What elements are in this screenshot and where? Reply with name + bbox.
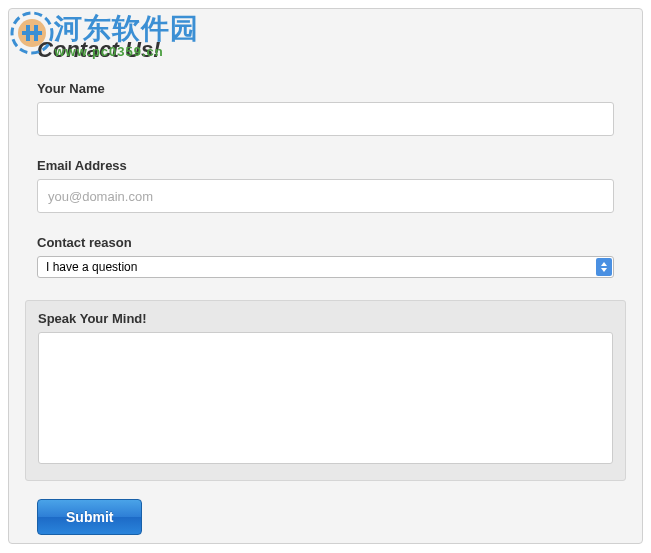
reason-label: Contact reason	[37, 235, 614, 250]
name-group: Your Name	[37, 81, 614, 136]
reason-select-wrapper: I have a question	[37, 256, 614, 278]
name-label: Your Name	[37, 81, 614, 96]
email-group: Email Address	[37, 158, 614, 213]
message-label: Speak Your Mind!	[38, 311, 613, 326]
form-title: Contact Us!	[37, 37, 614, 63]
reason-select[interactable]: I have a question	[37, 256, 614, 278]
submit-button[interactable]: Submit	[37, 499, 142, 535]
message-textarea[interactable]	[38, 332, 613, 464]
email-label: Email Address	[37, 158, 614, 173]
contact-form-container: Contact Us! Your Name Email Address Cont…	[8, 8, 643, 544]
email-input[interactable]	[37, 179, 614, 213]
name-input[interactable]	[37, 102, 614, 136]
message-section: Speak Your Mind!	[25, 300, 626, 481]
reason-group: Contact reason I have a question	[37, 235, 614, 278]
